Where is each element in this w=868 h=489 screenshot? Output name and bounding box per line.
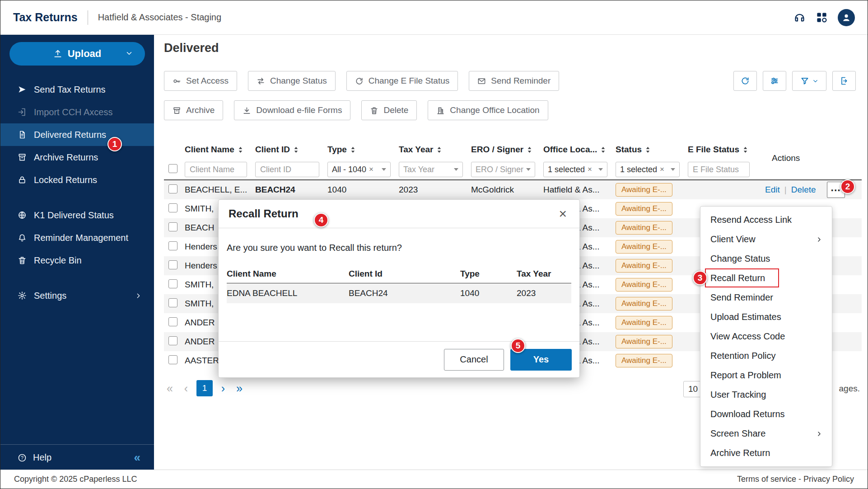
archive-icon <box>173 106 181 115</box>
sidebar-item-label: Recycle Bin <box>34 255 82 266</box>
column-header-client-name[interactable]: Client Name <box>185 145 255 155</box>
row-checkbox[interactable] <box>168 203 177 212</box>
current-page-button[interactable]: 1 <box>196 380 213 396</box>
apps-grid-button[interactable] <box>816 11 828 24</box>
close-icon[interactable]: × <box>556 207 569 221</box>
column-header-type[interactable]: Type <box>327 145 399 155</box>
user-avatar[interactable] <box>838 9 855 26</box>
change-office-location-button[interactable]: Change Office Location <box>428 100 548 120</box>
clear-filter-icon[interactable]: × <box>369 165 373 174</box>
column-header-client-id[interactable]: Client ID <box>255 145 327 155</box>
edit-link[interactable]: Edit <box>765 185 780 195</box>
building-icon <box>436 106 445 115</box>
cancel-button[interactable]: Cancel <box>444 349 504 371</box>
sidebar-item-reminder-management[interactable]: Reminder Management <box>0 226 154 249</box>
row-checkbox[interactable] <box>168 336 177 345</box>
delete-link[interactable]: Delete <box>791 185 816 195</box>
support-headset-button[interactable] <box>793 11 806 24</box>
row-checkbox[interactable] <box>168 298 177 307</box>
previous-page-icon[interactable]: ‹ <box>180 382 192 395</box>
column-header-ero-signer[interactable]: ERO / Signer <box>471 145 543 155</box>
sidebar-item-help[interactable]: ? Help « <box>0 444 154 470</box>
office-location-filter-select[interactable]: 1 selected× <box>543 162 607 177</box>
change-status-button[interactable]: Change Status <box>248 71 336 91</box>
menu-item-download-returns[interactable]: Download Returns <box>700 404 832 424</box>
sort-icon[interactable] <box>743 146 748 153</box>
sidebar-item-settings[interactable]: Settings <box>0 284 154 307</box>
row-checkbox[interactable] <box>168 222 177 231</box>
change-efile-status-button[interactable]: Change E File Status <box>346 71 458 91</box>
archive-button[interactable]: Archive <box>164 100 223 120</box>
footer-links[interactable]: Terms of service - Privacy Policy <box>737 475 854 484</box>
filter-button[interactable] <box>792 71 826 91</box>
sort-icon[interactable] <box>645 146 650 153</box>
menu-item-change-status[interactable]: Change Status <box>700 249 832 268</box>
menu-item-screen-share[interactable]: Screen Share <box>700 424 832 443</box>
set-access-button[interactable]: Set Access <box>164 71 237 91</box>
menu-item-archive-return[interactable]: Archive Return <box>700 443 832 463</box>
tax-year-filter-select[interactable]: Tax Year <box>399 162 463 177</box>
sidebar-item-k1-delivered-status[interactable]: K1 Delivered Status <box>0 204 154 226</box>
row-checkbox[interactable] <box>168 241 177 250</box>
row-checkbox[interactable] <box>168 317 177 326</box>
annotation-step-2: 2 <box>840 179 855 194</box>
menu-item-report-a-problem[interactable]: Report a Problem <box>700 366 832 385</box>
sidebar-item-recycle-bin[interactable]: Recycle Bin <box>0 249 154 272</box>
menu-item-view-access-code[interactable]: View Access Code <box>700 327 832 346</box>
upload-icon <box>53 49 62 58</box>
row-checkbox[interactable] <box>168 184 177 193</box>
sidebar-item-send-tax-returns[interactable]: Send Tax Returns <box>0 78 154 101</box>
sort-icon[interactable] <box>238 146 243 153</box>
sidebar-item-locked-returns[interactable]: Locked Returns <box>0 169 154 191</box>
menu-item-user-tracking[interactable]: User Tracking <box>700 385 832 404</box>
dialog-column-client-id: Client Id <box>349 269 460 279</box>
dialog-cell-client-id: BEACH24 <box>349 288 460 298</box>
last-page-icon[interactable]: » <box>233 382 245 395</box>
sort-icon[interactable] <box>527 146 532 153</box>
client-id-filter-input[interactable] <box>255 162 319 177</box>
chevron-down-icon <box>598 168 603 171</box>
first-page-icon[interactable]: « <box>164 382 176 395</box>
sort-icon[interactable] <box>350 146 355 153</box>
clear-filter-icon[interactable]: × <box>660 165 664 174</box>
column-settings-button[interactable] <box>763 71 786 91</box>
column-header-efile-status[interactable]: E File Status <box>688 145 758 155</box>
column-header-status[interactable]: Status <box>616 145 688 155</box>
menu-item-resend-access-link[interactable]: Resend Access Link <box>700 210 832 230</box>
collapse-sidebar-icon[interactable]: « <box>134 451 140 465</box>
menu-item-send-reminder[interactable]: Send Reminder <box>700 288 832 307</box>
status-badge: Awaiting E-... <box>616 240 672 254</box>
sidebar-item-label: Archive Returns <box>34 152 98 163</box>
sort-icon[interactable] <box>601 146 606 153</box>
select-all-checkbox[interactable] <box>168 164 177 173</box>
clear-filter-icon[interactable]: × <box>588 165 592 174</box>
send-reminder-button[interactable]: Send Reminder <box>469 71 559 91</box>
efile-status-filter-input[interactable] <box>688 162 750 177</box>
export-button[interactable] <box>832 71 856 91</box>
refresh-table-button[interactable] <box>733 71 757 91</box>
download-efile-forms-button[interactable]: Download e-file Forms <box>234 100 350 120</box>
sort-icon[interactable] <box>294 146 299 153</box>
sidebar-item-archive-returns[interactable]: Archive Returns <box>0 146 154 169</box>
status-badge: Awaiting E-... <box>616 221 672 235</box>
client-name-filter-input[interactable] <box>185 162 247 177</box>
menu-item-retention-policy[interactable]: Retention Policy <box>700 346 832 366</box>
divider <box>88 10 88 25</box>
status-filter-select[interactable]: 1 selected× <box>616 162 680 177</box>
menu-item-client-view[interactable]: Client View <box>700 230 832 249</box>
sort-icon[interactable] <box>437 146 442 153</box>
menu-item-upload-estimates[interactable]: Upload Estimates <box>700 307 832 327</box>
column-header-office-location[interactable]: Office Loca... <box>543 145 616 155</box>
row-checkbox[interactable] <box>168 260 177 269</box>
column-header-tax-year[interactable]: Tax Year <box>399 145 471 155</box>
row-checkbox[interactable] <box>168 279 177 288</box>
sidebar-item-delivered-returns[interactable]: Delivered Returns <box>0 123 154 146</box>
ero-signer-filter-select[interactable]: ERO / Signer <box>471 162 535 177</box>
next-page-icon[interactable]: › <box>217 382 229 395</box>
upload-button[interactable]: Upload <box>9 42 145 66</box>
row-checkbox[interactable] <box>168 355 177 364</box>
type-filter-select[interactable]: All - 1040× <box>327 162 391 177</box>
menu-item-recall-return[interactable]: Recall Return <box>700 268 832 288</box>
cell-client-id: BEACH24 <box>255 185 327 195</box>
delete-button[interactable]: Delete <box>361 100 417 120</box>
